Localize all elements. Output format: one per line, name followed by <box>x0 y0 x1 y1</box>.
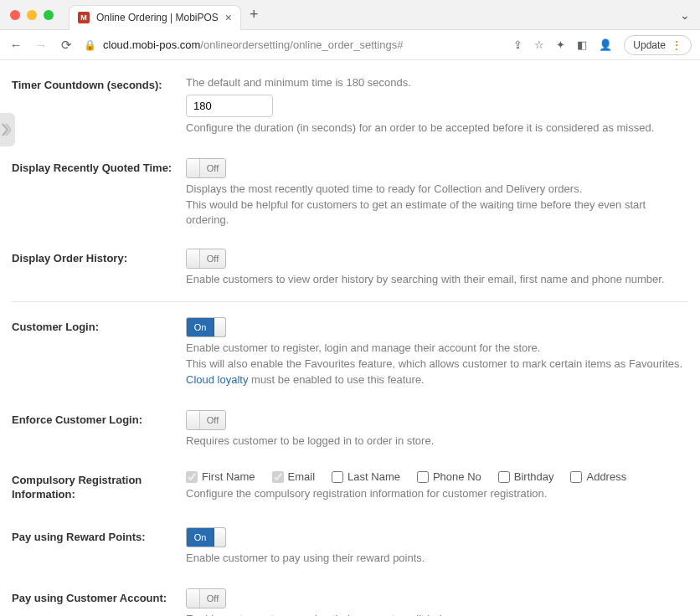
address-bar: ← → ⟳ 🔒 cloud.mobi-pos.com/onlineorderse… <box>0 30 700 60</box>
checkbox-email <box>272 471 284 483</box>
hint-reward-points: Enable customer to pay using their rewar… <box>186 551 688 567</box>
label-order-history: Display Order History: <box>12 249 186 266</box>
cb-email: Email <box>272 470 316 483</box>
update-label: Update <box>633 39 666 51</box>
timer-countdown-input[interactable] <box>186 95 273 117</box>
row-compulsory-reg: Compulsory Registration Information: Fir… <box>12 465 688 507</box>
lock-icon: 🔒 <box>84 39 96 51</box>
label-compulsory-reg: Compulsory Registration Information: <box>12 470 186 502</box>
settings-form: Timer Countdown (seconds): The default a… <box>0 60 700 616</box>
hint-customer-login-3: Cloud loyalty must be enabled to use thi… <box>186 372 688 388</box>
url-field[interactable]: 🔒 cloud.mobi-pos.com/onlineordersetting/… <box>84 38 503 51</box>
update-button[interactable]: Update ⋮ <box>624 35 692 55</box>
label-customer-login: Customer Login: <box>12 317 186 335</box>
hint-timer-desc: Configure the duration (in seconds) for … <box>186 121 688 136</box>
cb-address-label: Address <box>586 470 626 483</box>
cb-birthday-label: Birthday <box>514 470 554 483</box>
label-timer-countdown: Timer Countdown (seconds): <box>12 75 186 93</box>
tab-title: Online Ordering | MobiPOS <box>96 12 219 23</box>
favicon-icon: M <box>78 12 90 23</box>
panel-icon[interactable]: ◧ <box>577 38 587 51</box>
checkbox-last-name[interactable] <box>332 471 343 483</box>
toggle-order-history[interactable]: Off <box>186 249 226 269</box>
hint-enforce-login: Requires customer to be logged in to ord… <box>186 434 688 449</box>
cb-email-label: Email <box>288 470 316 483</box>
url-path: /onlineordersetting/online_order_setting… <box>200 38 403 51</box>
label-recent-quote: Display Recently Quoted Time: <box>12 158 186 176</box>
cb-birthday[interactable]: Birthday <box>498 470 554 483</box>
label-customer-account: Pay using Customer Account: <box>12 588 186 606</box>
nav-reload-icon[interactable]: ⟳ <box>59 38 74 53</box>
toggle-reward-points-state: On <box>187 528 214 547</box>
checkbox-address[interactable] <box>570 471 582 483</box>
cb-last-name[interactable]: Last Name <box>332 470 400 483</box>
window-zoom-icon[interactable] <box>44 10 54 20</box>
chevron-down-icon[interactable]: ⌄ <box>680 8 690 22</box>
side-drawer-handle[interactable] <box>0 113 15 146</box>
tab-close-icon[interactable]: × <box>225 11 232 24</box>
menu-dots-icon: ⋮ <box>671 38 681 52</box>
compulsory-reg-options: First Name Email Last Name Phone No Birt… <box>186 470 688 483</box>
traffic-lights <box>10 10 54 20</box>
toggle-customer-account[interactable]: Off <box>186 588 226 608</box>
cb-first-name: First Name <box>186 470 255 483</box>
cb-phone-no-label: Phone No <box>433 470 481 483</box>
row-recent-quote: Display Recently Quoted Time: Off Displa… <box>12 153 688 234</box>
share-icon[interactable]: ⇪ <box>513 38 522 51</box>
toggle-recent-quote-state: Off <box>200 159 225 177</box>
hint-compulsory-reg: Configure the compulsory registration in… <box>186 486 688 502</box>
nav-back-icon[interactable]: ← <box>8 38 23 52</box>
cb-last-name-label: Last Name <box>347 470 400 483</box>
extensions-icon[interactable]: ✦ <box>556 38 565 51</box>
cloud-loyalty-link[interactable]: Cloud loyalty <box>186 373 248 386</box>
nav-forward-icon: → <box>33 38 49 52</box>
hint-timer-default: The default and minimum time is 180 seco… <box>186 75 688 91</box>
browser-tab[interactable]: M Online Ordering | MobiPOS × <box>69 5 241 30</box>
hint-customer-account: Enable customer to pay using their accou… <box>186 612 688 616</box>
cb-phone-no[interactable]: Phone No <box>417 470 481 483</box>
hint-customer-login-2: This will also enable the Favourites fea… <box>186 357 688 372</box>
toggle-order-history-state: Off <box>200 249 225 268</box>
hint-customer-login-tail: must be enabled to use this feature. <box>248 373 424 386</box>
row-timer-countdown: Timer Countdown (seconds): The default a… <box>12 70 688 141</box>
toggle-recent-quote[interactable]: Off <box>186 158 226 178</box>
toggle-customer-account-state: Off <box>200 589 225 608</box>
toggle-reward-points[interactable]: On <box>186 527 226 547</box>
label-enforce-login: Enforce Customer Login: <box>12 410 186 428</box>
row-customer-login: Customer Login: On Enable customer to re… <box>12 301 688 393</box>
window-minimize-icon[interactable] <box>27 10 37 20</box>
hint-customer-login-1: Enable customer to register, login and m… <box>186 341 688 357</box>
cb-first-name-label: First Name <box>202 470 255 483</box>
checkbox-phone-no[interactable] <box>417 471 429 483</box>
row-order-history: Display Order History: Off Enable custom… <box>12 244 688 293</box>
profile-icon[interactable]: 👤 <box>599 38 612 51</box>
hint-order-history: Enable customers to view order history b… <box>186 272 688 288</box>
toggle-enforce-login[interactable]: Off <box>186 410 226 430</box>
label-reward-points: Pay using Reward Points: <box>12 527 186 545</box>
row-enforce-login: Enforce Customer Login: Off Requires cus… <box>12 405 688 454</box>
window-titlebar: M Online Ordering | MobiPOS × + ⌄ <box>0 0 700 30</box>
row-reward-points: Pay using Reward Points: On Enable custo… <box>12 522 688 572</box>
toggle-enforce-login-state: Off <box>200 411 225 429</box>
checkbox-first-name <box>186 471 198 483</box>
new-tab-button[interactable]: + <box>250 6 259 23</box>
hint-recent-quote-1: Displays the most recently quoted time t… <box>186 182 688 198</box>
toggle-customer-login[interactable]: On <box>186 317 226 337</box>
toggle-customer-login-state: On <box>187 318 214 336</box>
bookmark-icon[interactable]: ☆ <box>534 38 544 51</box>
row-customer-account: Pay using Customer Account: Off Enable c… <box>12 583 688 616</box>
hint-recent-quote-2: This would be helpful for customers to g… <box>186 198 688 229</box>
window-close-icon[interactable] <box>10 10 20 20</box>
url-host: cloud.mobi-pos.com <box>103 38 200 51</box>
cb-address[interactable]: Address <box>570 470 626 483</box>
checkbox-birthday[interactable] <box>498 471 510 483</box>
